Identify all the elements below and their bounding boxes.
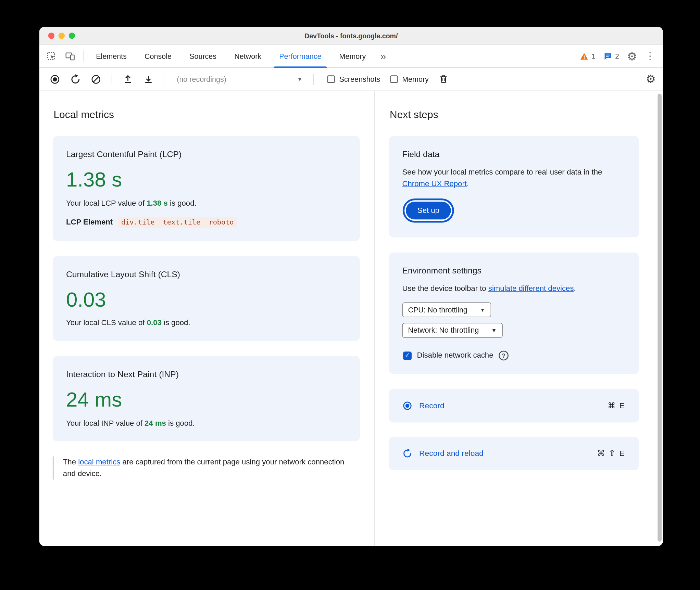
lcp-title: Largest Contentful Paint (LCP) xyxy=(66,150,347,159)
environment-settings-card: Environment settings Use the device tool… xyxy=(389,252,639,374)
environment-settings-title: Environment settings xyxy=(402,266,626,276)
tab-network[interactable]: Network xyxy=(225,45,270,67)
network-throttling-select[interactable]: Network: No throttling ▼ xyxy=(402,323,503,338)
help-icon[interactable]: ? xyxy=(499,351,509,361)
desc-prefix: See how your local metrics compare to re… xyxy=(402,168,602,176)
tab-sources[interactable]: Sources xyxy=(180,45,225,67)
zoom-button[interactable] xyxy=(69,33,75,39)
record-button[interactable] xyxy=(47,71,64,88)
desc-highlight: 1.38 s xyxy=(147,199,168,207)
divider xyxy=(313,73,314,85)
record-action-link[interactable]: Record xyxy=(419,401,445,410)
divider xyxy=(112,73,112,85)
cpu-throttling-select[interactable]: CPU: No throttling ▼ xyxy=(402,303,491,317)
screenshots-label: Screenshots xyxy=(339,75,380,84)
more-tabs-icon: » xyxy=(380,50,386,63)
close-button[interactable] xyxy=(48,33,54,39)
clear-button[interactable] xyxy=(88,71,105,88)
inspect-element-button[interactable] xyxy=(42,45,61,67)
devtools-tabbar: Elements Console Sources Network Perform… xyxy=(39,45,663,68)
traffic-lights xyxy=(48,27,75,44)
disable-cache-checkbox[interactable] xyxy=(403,351,412,360)
minimize-button[interactable] xyxy=(59,33,65,39)
more-options-button[interactable]: ⋮ xyxy=(645,51,655,61)
issues-badge[interactable]: 2 xyxy=(603,52,619,61)
collect-garbage-button[interactable] xyxy=(435,71,452,88)
desc-highlight: 0.03 xyxy=(147,319,162,327)
more-tabs-button[interactable]: » xyxy=(375,45,391,67)
tab-label: Network xyxy=(234,52,261,61)
lcp-description: Your local LCP value of 1.38 s is good. xyxy=(66,199,347,208)
desc-prefix: Your local CLS value of xyxy=(66,319,147,327)
reload-icon xyxy=(70,74,81,85)
field-data-title: Field data xyxy=(402,150,626,159)
warning-icon xyxy=(580,52,589,61)
desc-prefix: Your local LCP value of xyxy=(66,199,147,207)
record-and-reload-card: Record and reload ⌘ ⇧ E xyxy=(389,437,639,470)
desc-suffix: is good. xyxy=(162,319,190,327)
tab-label: Performance xyxy=(279,52,321,61)
record-shortcut: ⌘ E xyxy=(608,401,625,410)
set-up-button[interactable]: Set up xyxy=(406,202,451,219)
field-data-card: Field data See how your local metrics co… xyxy=(389,136,639,238)
local-metrics-column: Local metrics Largest Contentful Paint (… xyxy=(39,91,374,480)
record-and-reload-toolbar-button[interactable] xyxy=(67,71,84,88)
tab-console[interactable]: Console xyxy=(136,45,180,67)
stage: DevTools - fonts.google.com/ Elements Co… xyxy=(0,0,700,590)
memory-checkbox-group[interactable]: Memory xyxy=(390,75,429,84)
record-and-reload-action-link[interactable]: Record and reload xyxy=(419,449,484,458)
screenshots-checkbox[interactable] xyxy=(327,75,335,83)
disable-cache-label: Disable network cache xyxy=(417,351,493,360)
desc-suffix: . xyxy=(467,179,469,188)
local-metrics-heading: Local metrics xyxy=(53,109,361,121)
network-throttling-value: Network: No throttling xyxy=(408,326,479,335)
record-icon xyxy=(50,74,60,85)
tab-label: Console xyxy=(145,52,172,61)
crux-report-link[interactable]: Chrome UX Report xyxy=(402,179,467,188)
vertical-scrollbar[interactable] xyxy=(658,94,662,542)
device-toolbar-button[interactable] xyxy=(61,45,79,67)
tab-memory[interactable]: Memory xyxy=(330,45,375,67)
environment-settings-description: Use the device toolbar to simulate diffe… xyxy=(402,283,626,294)
footnote-prefix: The xyxy=(63,458,78,466)
settings-gear-button[interactable]: ⚙ xyxy=(627,51,637,62)
desc-highlight: 24 ms xyxy=(145,419,166,427)
recordings-select[interactable]: (no recordings) ▼ xyxy=(172,75,307,84)
simulate-devices-link[interactable]: simulate different devices xyxy=(488,284,574,293)
cls-title: Cumulative Layout Shift (CLS) xyxy=(66,269,347,279)
desc-suffix: is good. xyxy=(166,419,195,427)
inp-value: 24 ms xyxy=(66,388,347,411)
lcp-element-row: LCP Element div.tile__text.tile__roboto xyxy=(66,217,347,227)
record-radio-icon xyxy=(402,401,413,411)
inp-description: Your local INP value of 24 ms is good. xyxy=(66,419,347,428)
inp-card: Interaction to Next Paint (INP) 24 ms Yo… xyxy=(53,356,360,441)
screenshots-checkbox-group[interactable]: Screenshots xyxy=(327,75,380,84)
upload-icon xyxy=(123,74,133,84)
recordings-select-value: (no recordings) xyxy=(177,75,226,84)
clear-icon xyxy=(91,74,101,85)
next-steps-heading: Next steps xyxy=(390,109,656,121)
desc-prefix: Your local INP value of xyxy=(66,419,145,427)
issues-count: 2 xyxy=(615,52,619,60)
desc-prefix: Use the device toolbar to xyxy=(402,284,488,293)
warning-count: 1 xyxy=(592,52,596,60)
lcp-element-node-link[interactable]: div.tile__text.tile__roboto xyxy=(118,217,237,227)
load-profile-button[interactable] xyxy=(119,71,136,88)
tab-label: Sources xyxy=(189,52,216,61)
cpu-throttling-value: CPU: No throttling xyxy=(408,306,467,314)
field-data-description: See how your local metrics compare to re… xyxy=(402,166,626,190)
performance-panel-content: Local metrics Largest Contentful Paint (… xyxy=(39,91,663,546)
record-card: Record ⌘ E xyxy=(389,389,639,423)
tab-elements[interactable]: Elements xyxy=(87,45,136,67)
panel-settings-gear-button[interactable]: ⚙ xyxy=(646,74,656,85)
desc-suffix: is good. xyxy=(168,199,197,207)
local-metrics-link[interactable]: local metrics xyxy=(78,458,120,466)
memory-checkbox[interactable] xyxy=(390,75,398,83)
warnings-badge[interactable]: 1 xyxy=(580,52,596,61)
tab-performance[interactable]: Performance xyxy=(270,45,330,67)
divider xyxy=(83,50,83,62)
next-steps-column: Next steps Field data See how your local… xyxy=(375,91,656,485)
save-profile-button[interactable] xyxy=(140,71,157,88)
cls-description: Your local CLS value of 0.03 is good. xyxy=(66,319,347,328)
reload-icon xyxy=(402,448,413,459)
